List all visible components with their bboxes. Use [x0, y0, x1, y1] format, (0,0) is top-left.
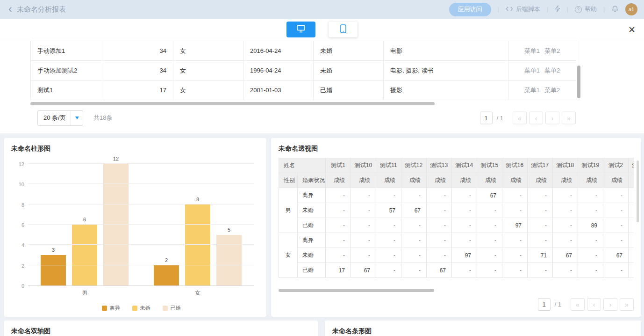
- pivot-col-header[interactable]: 测试16: [502, 158, 528, 173]
- page-number-input[interactable]: 1: [480, 112, 493, 124]
- pivot-col-header[interactable]: 测试13: [427, 158, 452, 173]
- mobile-view-button[interactable]: [329, 22, 358, 37]
- pivot-value-cell: 67: [401, 203, 427, 218]
- horizontal-bar-chart-title: 未命名条形图: [325, 321, 641, 336]
- pivot-col-header[interactable]: 测试2: [603, 158, 629, 173]
- pivot-col-header[interactable]: 测试14: [452, 158, 477, 173]
- pivot-col-header[interactable]: 测试17: [528, 158, 553, 173]
- page-size-select[interactable]: 20 条/页: [37, 110, 83, 126]
- pivot-value-cell: -: [452, 218, 477, 233]
- pivot-value-cell: -: [629, 203, 634, 218]
- y-axis-tick-label: 10: [8, 182, 24, 187]
- page-count-label: / 1: [497, 115, 503, 122]
- pivot-value-cell: -: [376, 188, 401, 203]
- last-page-button[interactable]: »: [562, 112, 576, 124]
- bar-未婚[interactable]: 6: [72, 225, 97, 285]
- record-table-card: 手动添加134女2016-04-24未婚电影菜单1菜单2手动添加测试234女19…: [0, 40, 644, 133]
- horizontal-scrollbar-thumb[interactable]: [30, 102, 435, 105]
- back-icon[interactable]: ‹: [8, 3, 12, 15]
- bar-离异[interactable]: 3: [41, 255, 66, 285]
- header-separator: |: [498, 6, 499, 13]
- pivot-value-cell: 67: [351, 263, 376, 278]
- pivot-gender-header: 性别: [279, 173, 298, 188]
- help-button[interactable]: ? 帮助: [575, 5, 597, 14]
- pivot-last-page-button[interactable]: »: [620, 298, 634, 311]
- pivot-value-cell: -: [578, 233, 603, 248]
- pivot-first-page-button[interactable]: «: [571, 298, 585, 311]
- pivot-value-cell: -: [401, 248, 427, 263]
- legend-label: 未婚: [140, 305, 150, 312]
- pivot-col-header[interactable]: 测试10: [351, 158, 376, 173]
- pivot-clip: 姓名测试1测试10测试11测试12测试13测试14测试15测试16测试17测试1…: [279, 158, 634, 278]
- pivot-measure-header: 成绩: [351, 173, 376, 188]
- app-access-button[interactable]: 应用访问: [449, 3, 491, 16]
- pivot-measure-header: 成绩: [477, 173, 502, 188]
- bar-legend: 离异未婚已婚: [28, 305, 254, 312]
- pivot-col-header[interactable]: 测试19: [578, 158, 603, 173]
- vertical-scrollbar-thumb[interactable]: [577, 66, 580, 98]
- record-pager: 1 / 1 « ‹ › »: [480, 112, 576, 124]
- pivot-col-header[interactable]: 测试20: [629, 158, 634, 173]
- pivot-horizontal-scrollbar-thumb[interactable]: [279, 289, 434, 292]
- gridline: [28, 183, 254, 184]
- pivot-col-header[interactable]: 测试18: [553, 158, 578, 173]
- pivot-value-cell: -: [427, 233, 452, 248]
- pivot-col-header[interactable]: 测试12: [401, 158, 427, 173]
- pivot-value-cell: -: [452, 263, 477, 278]
- next-page-button[interactable]: ›: [545, 112, 559, 124]
- legend-item[interactable]: 离异: [102, 305, 120, 312]
- pivot-marital-cell: 已婚: [298, 218, 326, 233]
- bar-离异[interactable]: 2: [154, 265, 179, 285]
- pivot-value-cell: -: [553, 203, 578, 218]
- pivot-value-cell: -: [401, 188, 427, 203]
- pivot-value-cell: -: [477, 218, 502, 233]
- cell-actions: 菜单1菜单2: [508, 41, 576, 61]
- preview-toolbar: ✕: [0, 19, 644, 40]
- menu1-link[interactable]: 菜单1: [524, 67, 540, 74]
- automation-button[interactable]: [555, 5, 560, 14]
- pivot-value-cell: -: [427, 248, 452, 263]
- pivot-col-header[interactable]: 测试1: [326, 158, 351, 173]
- record-pagination: 20 条/页 共18条 1 / 1 « ‹ › »: [0, 109, 644, 127]
- legend-item[interactable]: 未婚: [132, 305, 150, 312]
- desktop-view-button[interactable]: [286, 22, 315, 37]
- bar-已婚[interactable]: 12: [103, 164, 129, 285]
- table-row[interactable]: 手动添加134女2016-04-24未婚电影菜单1菜单2: [31, 41, 576, 61]
- table-row[interactable]: 手动添加测试234女1996-04-24未婚电影, 摄影, 读书菜单1菜单2: [31, 61, 576, 80]
- pivot-value-cell: -: [553, 233, 578, 248]
- bar-value-label: 3: [41, 247, 66, 253]
- table-row[interactable]: 测试117女2001-01-03已婚摄影菜单1菜单2: [31, 80, 576, 100]
- close-icon[interactable]: ✕: [628, 25, 636, 34]
- pivot-col-header[interactable]: 测试11: [376, 158, 401, 173]
- pivot-value-cell: -: [401, 218, 427, 233]
- cell-gender: 女: [173, 41, 243, 61]
- pivot-marital-cell: 离异: [298, 233, 326, 248]
- menu2-link[interactable]: 菜单2: [544, 67, 560, 74]
- pivot-value-cell: -: [502, 233, 528, 248]
- pivot-value-cell: -: [528, 203, 553, 218]
- pivot-page-number-input[interactable]: 1: [538, 298, 551, 311]
- pivot-value-cell: -: [376, 263, 401, 278]
- cell-gender: 女: [173, 61, 243, 80]
- menu2-link[interactable]: 菜单2: [544, 87, 560, 94]
- avatar[interactable]: a1: [625, 3, 637, 15]
- pivot-vertical-scrollbar-thumb[interactable]: [637, 161, 639, 222]
- first-page-button[interactable]: «: [513, 112, 527, 124]
- menu1-link[interactable]: 菜单1: [524, 87, 540, 94]
- pivot-next-page-button[interactable]: ›: [603, 298, 617, 311]
- prev-page-button[interactable]: ‹: [529, 112, 543, 124]
- menu1-link[interactable]: 菜单1: [524, 47, 540, 54]
- cell-name: 测试1: [31, 80, 103, 100]
- bar-已婚[interactable]: 5: [216, 235, 242, 285]
- notifications-button[interactable]: [611, 5, 619, 14]
- pivot-prev-page-button[interactable]: ‹: [587, 298, 601, 311]
- pivot-col-header[interactable]: 测试15: [477, 158, 502, 173]
- dual-axis-chart-card: 未命名双轴图: [4, 321, 318, 336]
- menu2-link[interactable]: 菜单2: [544, 47, 560, 54]
- pivot-value-cell: -: [326, 248, 351, 263]
- y-axis-tick-label: 12: [8, 161, 24, 167]
- backend-script-button[interactable]: 后端脚本: [506, 5, 540, 14]
- pivot-value-cell: -: [351, 188, 376, 203]
- pivot-row: 女离异-------------: [279, 233, 634, 248]
- legend-item[interactable]: 已婚: [163, 305, 181, 312]
